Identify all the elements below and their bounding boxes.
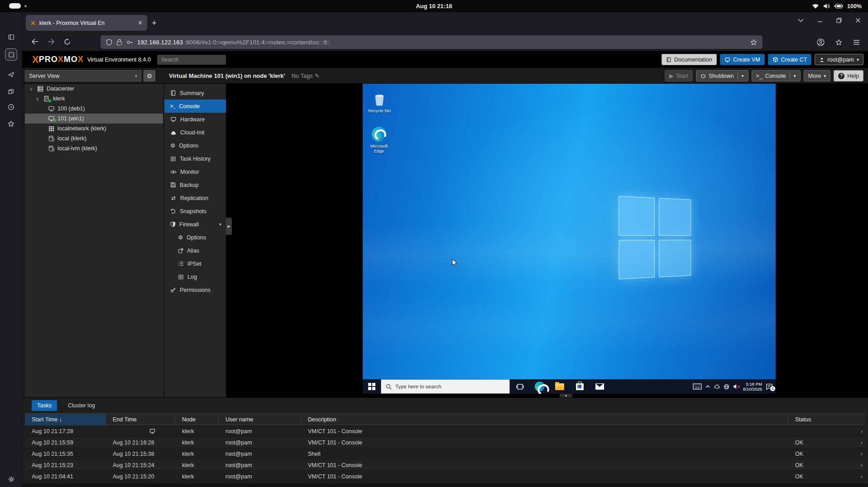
back-icon[interactable]: [31, 38, 38, 45]
volume-icon[interactable]: [823, 3, 830, 9]
menu-console[interactable]: >_Console: [164, 100, 226, 113]
url-bar[interactable]: 192.168.122.163:8006/#v1:0:=qemu%2F101:4…: [101, 35, 762, 49]
taskbar-clock[interactable]: 5:18 PM 8/10/2025: [743, 382, 762, 392]
close-window-icon[interactable]: [855, 18, 861, 23]
tracking-shield-icon[interactable]: [106, 39, 112, 46]
col-user-name[interactable]: User name: [219, 414, 301, 425]
row-chevron-icon[interactable]: ›: [861, 471, 863, 482]
task-row[interactable]: Aug 10 21:15:23 Aug 10 21:15:24 klerk ro…: [25, 459, 865, 471]
windows-taskbar[interactable]: ✕ 5:18 PM 8/10/2025 1: [363, 379, 776, 394]
collapse-caret-icon[interactable]: ▾: [219, 222, 221, 227]
start-button[interactable]: ▶Start: [665, 70, 693, 81]
tab-tasks[interactable]: Tasks: [32, 400, 57, 411]
settings-gear-icon[interactable]: [5, 473, 17, 485]
col-description[interactable]: Description: [301, 414, 788, 425]
taskbar-edge-button[interactable]: [530, 379, 550, 394]
col-node[interactable]: Node: [175, 414, 219, 425]
menu-firewall-options[interactable]: ⚙Options: [164, 231, 226, 244]
microsoft-store-button[interactable]: [570, 379, 590, 394]
row-chevron-icon[interactable]: ›: [861, 425, 863, 437]
chevron-down-icon[interactable]: ▾: [742, 73, 744, 78]
edge-shortcut[interactable]: MicrosoftEdge: [364, 125, 394, 153]
mail-button[interactable]: [590, 379, 609, 394]
menu-hamburger-icon[interactable]: [853, 39, 860, 45]
tree-item-node-klerk[interactable]: ∨ klerk: [25, 94, 163, 104]
expander-icon[interactable]: ∨: [35, 96, 40, 101]
menu-cloud-init[interactable]: Cloud-Init: [164, 126, 226, 139]
task-row[interactable]: Aug 10 21:15:35 Aug 10 21:15:38 klerk ro…: [25, 448, 865, 459]
expander-icon[interactable]: ∨: [29, 86, 34, 91]
touch-keyboard-icon[interactable]: [693, 383, 702, 390]
active-tab-icon[interactable]: [5, 48, 17, 61]
system-clock[interactable]: Aug 10 21:18: [0, 0, 868, 12]
view-select[interactable]: Server View▾: [25, 70, 141, 81]
create-vm-button[interactable]: Create VM: [720, 54, 765, 65]
maximize-icon[interactable]: [836, 18, 842, 23]
menu-options[interactable]: ⚙Options: [164, 139, 226, 152]
list-tabs-icon[interactable]: [798, 19, 804, 22]
menu-firewall-ipset[interactable]: IPSet: [164, 257, 226, 270]
task-row[interactable]: Aug 10 21:04:41 Aug 10 21:15:20 klerk ro…: [25, 471, 865, 482]
volume-muted-icon[interactable]: ✕: [733, 384, 739, 389]
menu-summary[interactable]: Summary: [164, 86, 226, 100]
windows-search-box[interactable]: [381, 379, 510, 394]
start-button[interactable]: [363, 379, 381, 394]
menu-firewall-alias[interactable]: Alias: [164, 244, 226, 257]
menu-hardware[interactable]: Hardware: [164, 113, 226, 126]
network-icon[interactable]: [724, 384, 729, 390]
tree-item-vm-101-selected[interactable]: 101 (win1): [25, 114, 163, 124]
windows-desktop[interactable]: Recycle Bin MicrosoftEdge: [363, 84, 776, 394]
shutdown-button[interactable]: Shutdown▾: [696, 70, 748, 81]
forward-icon[interactable]: [48, 38, 55, 45]
tree-item-vm-100[interactable]: 100 (deb1): [25, 104, 163, 114]
menu-snapshots[interactable]: Snapshots: [164, 205, 226, 218]
hidden-icons-chevron[interactable]: [705, 385, 710, 388]
wifi-icon[interactable]: [812, 3, 819, 9]
account-icon[interactable]: [817, 38, 825, 46]
task-row[interactable]: Aug 10 21:15:59 Aug 10 21:16:28 klerk ro…: [25, 437, 865, 448]
col-end-time[interactable]: End Time: [106, 414, 175, 425]
bookmark-star-icon[interactable]: [750, 39, 757, 46]
menu-replication[interactable]: Replication: [164, 191, 226, 205]
console-button[interactable]: >_Console▾: [752, 70, 801, 81]
history-clock-icon[interactable]: [5, 101, 17, 113]
menu-backup[interactable]: Backup: [164, 178, 226, 191]
tree-item-datacenter[interactable]: ∨ Datacenter: [25, 84, 163, 94]
minimize-icon[interactable]: [817, 18, 823, 23]
reload-icon[interactable]: [64, 38, 71, 45]
task-view-button[interactable]: [510, 379, 530, 394]
menu-firewall-log[interactable]: Log: [164, 270, 226, 283]
documentation-button[interactable]: Documentation: [662, 54, 717, 65]
sidebar-toggle-icon[interactable]: [5, 31, 17, 43]
edit-tags-pencil-icon[interactable]: ✎: [315, 72, 320, 79]
panel-expand-handle[interactable]: ►: [226, 218, 232, 235]
action-center-icon[interactable]: 1: [766, 383, 773, 390]
bookmarks-star-icon[interactable]: [5, 118, 17, 130]
passkey-icon[interactable]: [126, 40, 133, 45]
vnc-bar-toggle[interactable]: ▼: [560, 394, 572, 397]
row-chevron-icon[interactable]: ›: [861, 437, 863, 448]
synced-tabs-icon[interactable]: [5, 68, 17, 81]
menu-permissions[interactable]: Permissions: [164, 283, 226, 296]
tree-settings-button[interactable]: ⚙: [144, 70, 155, 81]
tree-item-localnetwork[interactable]: localnetwork (klerk): [25, 124, 163, 134]
menu-firewall[interactable]: Firewall▾: [164, 218, 226, 231]
more-button[interactable]: More▾: [804, 70, 831, 81]
create-ct-button[interactable]: Create CT: [768, 54, 812, 65]
col-status[interactable]: Status: [788, 414, 852, 425]
user-menu-button[interactable]: root@pam ▾: [815, 54, 863, 65]
file-explorer-button[interactable]: [550, 379, 570, 394]
tree-item-storage-local[interactable]: local (klerk): [25, 134, 163, 143]
task-row[interactable]: Aug 10 21:17:28 klerk root@pam VM/CT 101…: [25, 425, 865, 437]
connection-lock-icon[interactable]: [116, 39, 122, 46]
menu-monitor[interactable]: Monitor: [164, 165, 226, 178]
vnc-console-area[interactable]: ► Recycle Bin MicrosoftEdge: [226, 84, 868, 397]
containers-icon[interactable]: [5, 85, 17, 97]
pve-search-input[interactable]: [157, 55, 226, 65]
tab-cluster-log[interactable]: Cluster log: [62, 400, 101, 411]
help-button[interactable]: ?Help: [834, 70, 863, 81]
tab-close-icon[interactable]: ✕: [138, 19, 143, 26]
recycle-bin-shortcut[interactable]: Recycle Bin: [364, 90, 395, 113]
menu-task-history[interactable]: Task History: [164, 152, 226, 165]
onedrive-icon[interactable]: [714, 384, 720, 389]
